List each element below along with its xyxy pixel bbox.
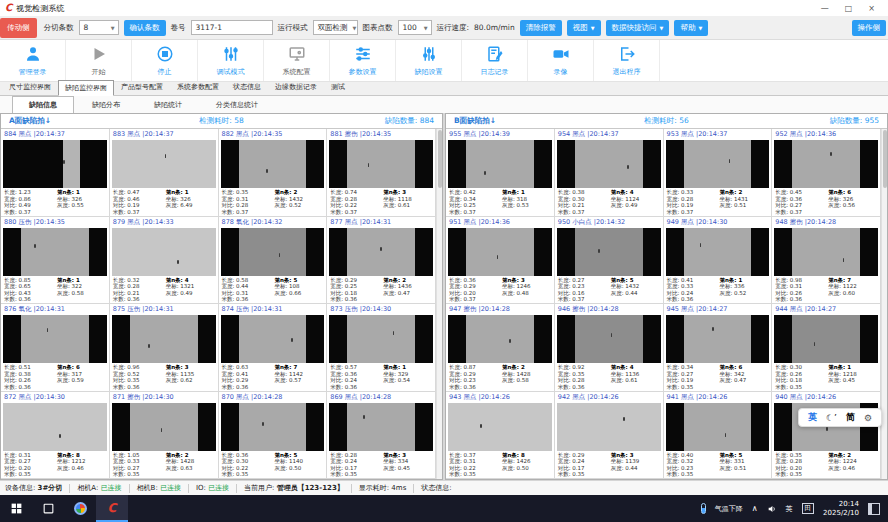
detection-app-taskbar-icon[interactable]: C [96, 495, 128, 522]
subtab-2[interactable]: 缺陷分布 [76, 97, 136, 113]
defect-card[interactable]: 881 擦伤 |20:14:35长度: 0.74宽度: 0.28对比: 0.22… [327, 129, 436, 217]
panel-scrollbar[interactable] [436, 129, 442, 479]
statusbar-item: 相机B: 已连接 [137, 483, 181, 493]
close-button[interactable]: × [868, 4, 875, 13]
roll-number-input[interactable]: 3117-1 [191, 20, 273, 35]
defect-card[interactable]: 869 黑点 |20:14:28长度: 0.28宽度: 0.24对比: 0.17… [327, 392, 436, 480]
run-mode-select[interactable]: 双面检测 ▼ [313, 20, 358, 35]
settings-gear-icon[interactable]: ⚙ [864, 413, 872, 423]
confirm-count-button[interactable]: 确认条数 [124, 20, 166, 36]
run-mode-label: 运行模式 [278, 23, 308, 33]
panel-scrollbar[interactable] [881, 129, 887, 479]
defect-card[interactable]: 954 黑点 |20:14:37长度: 0.38宽度: 0.30对比: 0.21… [555, 129, 664, 217]
task-view-button[interactable] [32, 495, 64, 522]
defect-gray-level: 灰度: 0.58 [502, 377, 551, 384]
defect-card[interactable]: 948 擦伤 |20:14:28长度: 0.98宽度: 0.31对比: 0.26… [772, 217, 881, 305]
defect-card[interactable]: 879 黑点 |20:14:33长度: 0.32宽度: 0.28对比: 0.21… [110, 217, 219, 305]
tab-7[interactable]: 测试 [324, 79, 352, 95]
tab-4[interactable]: 系统参数配置 [170, 79, 226, 95]
tab-1[interactable]: 尺寸监控界面 [2, 79, 58, 95]
defect-card[interactable]: 942 黑点 |20:14:26长度: 0.29宽度: 0.24对比: 0.17… [555, 392, 664, 480]
defect-card[interactable]: 955 黑点 |20:14:39长度: 0.42宽度: 0.34对比: 0.25… [446, 129, 555, 217]
defect-card[interactable]: 940 黑点 |20:14:26长度: 0.35宽度: 0.28对比: 0.20… [772, 392, 881, 480]
subtab-4[interactable]: 分类信息统计 [200, 97, 274, 113]
data-quick-access-menu-button[interactable]: 数据快捷访问 ▼ [606, 20, 670, 36]
toolbar-button-play[interactable]: 开始 [66, 40, 132, 81]
toolbar-button-stop[interactable]: 停止 [132, 40, 198, 81]
defect-card[interactable]: 880 压伤 |20:14:35长度: 0.85宽度: 0.65对比: 0.43… [1, 217, 110, 305]
speaker-icon[interactable] [767, 504, 777, 514]
defect-card[interactable]: 872 黑点 |20:14:30长度: 0.31宽度: 0.27对比: 0.20… [1, 392, 110, 480]
defect-strip-index: 第n条: 2 [166, 452, 215, 459]
toolbar-button-log[interactable]: 日志记录 [462, 40, 528, 81]
defect-card[interactable]: 884 黑点 |20:14:37长度: 1.23宽度: 0.86对比: 0.49… [1, 129, 110, 217]
slit-count-select[interactable]: 8 ▼ [79, 20, 119, 35]
tab-2[interactable]: 缺陷监控界面 [58, 80, 114, 96]
defect-card[interactable]: 943 黑点 |20:14:26长度: 0.37宽度: 0.31对比: 0.22… [446, 392, 555, 480]
defect-card[interactable]: 941 黑点 |20:14:26长度: 0.40宽度: 0.32对比: 0.23… [664, 392, 773, 480]
ime-icon[interactable]: 田 [802, 503, 815, 514]
defect-card[interactable]: 950 小白点 |20:14:32长度: 0.27宽度: 0.23对比: 0.1… [555, 217, 664, 305]
defect-card[interactable]: 946 擦伤 |20:14:28长度: 0.92宽度: 0.35对比: 0.28… [555, 304, 664, 392]
defect-card[interactable]: 871 擦伤 |20:14:30长度: 1.05宽度: 0.33对比: 0.27… [110, 392, 219, 480]
clear-alarm-button[interactable]: 清除报警 [520, 20, 562, 36]
lang-simplified-button[interactable]: 简 [846, 411, 855, 424]
clock[interactable]: 20:14 2025/2/10 [823, 500, 859, 517]
defect-card[interactable]: 952 黑点 |20:14:36长度: 0.45宽度: 0.36对比: 0.27… [772, 129, 881, 217]
language-indicator[interactable]: 英 [786, 504, 793, 514]
defect-card[interactable]: 882 黑点 |20:14:35长度: 0.35宽度: 0.31对比: 0.28… [219, 129, 328, 217]
defect-card[interactable]: 873 压伤 |20:14:30长度: 0.57宽度: 0.36对比: 0.24… [327, 304, 436, 392]
minimize-button[interactable]: — [821, 4, 829, 13]
operate-side-button[interactable]: 操作侧 [852, 20, 887, 36]
defect-card[interactable]: 876 氧化 |20:14:31长度: 0.51宽度: 0.38对比: 0.26… [1, 304, 110, 392]
defect-coordinate: 坐标: 1122 [828, 283, 877, 290]
toolbar-button-monitor[interactable]: 系统配置 [264, 40, 330, 81]
subtab-3[interactable]: 缺陷统计 [138, 97, 198, 113]
chart-points-select[interactable]: 100 ▼ [398, 20, 432, 35]
chevron-down-icon: ▼ [660, 25, 664, 31]
toolbar-button-camera[interactable]: 录像 [528, 40, 594, 81]
defect-card[interactable]: 944 黑点 |20:14:27长度: 0.30宽度: 0.26对比: 0.18… [772, 304, 881, 392]
moon-icon[interactable]: ☾’ [826, 413, 837, 423]
defect-strip-index: 第n条: 1 [383, 364, 432, 371]
defect-gray-level: 灰度: 0.56 [828, 202, 877, 209]
defect-card[interactable]: 877 黑点 |20:14:31长度: 0.29宽度: 0.25对比: 0.18… [327, 217, 436, 305]
defect-info: 长度: 0.32宽度: 0.28对比: 0.21米数: 0.36第n条: 4坐标… [110, 276, 218, 304]
scrollbar-thumb[interactable] [883, 130, 887, 188]
defect-card[interactable]: 883 黑点 |20:14:37长度: 0.47宽度: 0.46对比: 0.19… [110, 129, 219, 217]
toolbar-button-label: 缺陷设置 [415, 67, 443, 77]
defect-card[interactable]: 874 压伤 |20:14:31长度: 0.63宽度: 0.41对比: 0.29… [219, 304, 328, 392]
defect-card[interactable]: 947 擦伤 |20:14:28长度: 0.87宽度: 0.29对比: 0.23… [446, 304, 555, 392]
defect-card[interactable]: 870 黑点 |20:14:28长度: 0.36宽度: 0.30对比: 0.22… [219, 392, 328, 480]
defect-meter: 米数: 0.36 [449, 384, 502, 391]
help-menu-button[interactable]: 帮助 ▼ [674, 20, 708, 36]
tab-6[interactable]: 边缘数据记录 [268, 79, 324, 95]
defect-card[interactable]: 875 压伤 |20:14:31长度: 0.96宽度: 0.52对比: 0.35… [110, 304, 219, 392]
defect-info-right: 第n条: 7坐标: 1122灰度: 0.60 [828, 277, 877, 303]
tab-5[interactable]: 状态信息 [226, 79, 268, 95]
lang-english-button[interactable]: 英 [808, 411, 817, 424]
notification-center-icon[interactable] [868, 503, 880, 515]
subtab-1[interactable]: 缺陷信息 [12, 96, 74, 114]
defect-width: 宽度: 0.24 [558, 458, 611, 465]
toolbar-button-sliders-v[interactable]: 调试模式 [198, 40, 264, 81]
weather-text[interactable]: 气温下降 [715, 504, 743, 514]
defect-card[interactable]: 949 黑点 |20:14:30长度: 0.41宽度: 0.33对比: 0.24… [664, 217, 773, 305]
scrollbar-thumb[interactable] [438, 130, 442, 188]
browser-icon[interactable] [64, 495, 96, 522]
defect-card[interactable]: 951 黑点 |20:14:36长度: 0.36宽度: 0.29对比: 0.20… [446, 217, 555, 305]
toolbar-button-user[interactable]: 管理登录 [0, 40, 66, 81]
defect-strip-index: 第n条: 8 [57, 452, 106, 459]
start-button[interactable] [0, 495, 32, 522]
toolbar-button-exit[interactable]: 退出程序 [594, 40, 660, 81]
toolbar-button-sliders-h[interactable]: 参数设置 [330, 40, 396, 81]
view-menu-button[interactable]: 视图 ▼ [567, 20, 601, 36]
defect-card[interactable]: 878 氧化 |20:14:32长度: 0.58宽度: 0.44对比: 0.31… [219, 217, 328, 305]
tab-3[interactable]: 产品型号配置 [114, 79, 170, 95]
defect-card[interactable]: 945 黑点 |20:14:27长度: 0.34宽度: 0.27对比: 0.19… [664, 304, 773, 392]
maximize-button[interactable]: □ [845, 4, 853, 13]
defect-card[interactable]: 953 黑点 |20:14:37长度: 0.33宽度: 0.28对比: 0.19… [664, 129, 773, 217]
toolbar-button-sliders-v2[interactable]: 缺陷设置 [396, 40, 462, 81]
drive-side-button[interactable]: 传动侧 [0, 18, 37, 38]
tray-expand-icon[interactable]: ∧ [752, 504, 758, 513]
